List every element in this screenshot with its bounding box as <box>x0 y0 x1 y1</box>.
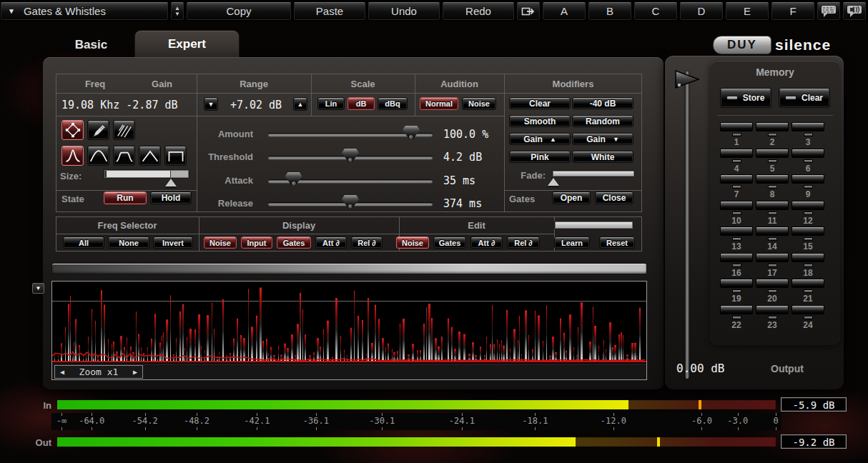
meter-tick <box>382 427 383 430</box>
spectrum-display[interactable]: ◀ Zoom x1 ▶ <box>51 281 647 380</box>
memory-slot-button[interactable] <box>720 201 753 210</box>
spinner-down-icon[interactable]: ▼ <box>174 11 180 16</box>
output-fader-handle[interactable] <box>674 69 702 90</box>
audition-noise-button[interactable]: Noise <box>462 97 496 110</box>
memory-slot-button[interactable] <box>720 174 753 184</box>
memory-slot-button[interactable] <box>756 279 789 288</box>
range-decrement-button[interactable]: ▼ <box>204 97 218 111</box>
copy-button[interactable]: Copy <box>186 1 292 21</box>
memory-slot-button[interactable] <box>756 305 789 314</box>
spectrum-canvas[interactable] <box>52 282 646 364</box>
modifier-white-button[interactable]: White <box>572 151 633 163</box>
modifier-pink-button[interactable]: Pink <box>509 151 571 163</box>
output-gain-value[interactable]: 0.00 dB <box>676 362 724 375</box>
fade-slider-pointer[interactable] <box>548 178 559 186</box>
modifier-gain-up-button[interactable]: Gain ▲ <box>509 133 571 145</box>
edit-gates-button[interactable]: Gates <box>433 237 466 249</box>
meter-tick <box>92 427 92 430</box>
tab-basic[interactable]: Basic <box>54 33 129 57</box>
learn-button[interactable]: Learn <box>554 237 590 249</box>
memory-slot-button[interactable] <box>720 279 753 288</box>
spectrum-scrollbar[interactable] <box>51 263 647 274</box>
zoom-prev-icon[interactable]: ◀ <box>60 368 64 376</box>
gates-close-button[interactable]: Close <box>595 191 633 204</box>
memory-slot-button[interactable] <box>756 201 789 210</box>
zoom-control[interactable]: ◀ Zoom x1 ▶ <box>54 365 143 379</box>
memory-slot-button[interactable] <box>791 122 824 131</box>
transfer-button[interactable] <box>516 1 541 21</box>
fade-slider-track[interactable] <box>552 170 635 177</box>
attack-slider-knob[interactable] <box>285 172 302 186</box>
bank-c-button[interactable]: C <box>633 1 678 21</box>
modifier-smooth-button[interactable]: Smooth <box>509 115 571 127</box>
bank-b-button[interactable]: B <box>588 1 632 21</box>
meter-tick-label: -24.1 <box>449 416 475 426</box>
memory-slot-button[interactable] <box>791 149 824 158</box>
display-release-curve-button[interactable]: Rel ∂ <box>351 237 383 249</box>
output-fader-track[interactable] <box>685 71 689 379</box>
memory-slot-button[interactable] <box>720 122 753 131</box>
edit-attack-curve-button[interactable]: Att ∂ <box>470 237 503 249</box>
memory-slot-button[interactable] <box>756 122 789 131</box>
modifier-gain-down-button[interactable]: Gain ▼ <box>572 133 633 145</box>
freq-select-invert-button[interactable]: Invert <box>153 237 193 249</box>
memory-slot-button[interactable] <box>791 226 824 236</box>
display-gates-button[interactable]: Gates <box>277 237 311 249</box>
memory-slot-button[interactable] <box>791 174 824 184</box>
threshold-slider-knob[interactable] <box>342 149 359 162</box>
preset-selector[interactable]: ▼ Gates & Whistles <box>0 1 169 21</box>
memory-slot-button[interactable] <box>720 305 753 314</box>
tab-expert[interactable]: Expert <box>134 30 240 58</box>
memory-slot-button[interactable] <box>791 201 824 210</box>
memory-slot-notch <box>804 211 813 215</box>
memory-slot-button[interactable] <box>720 253 753 262</box>
preset-spinner[interactable]: ▲ ▼ <box>170 1 184 21</box>
memory-slot-button[interactable] <box>756 149 789 158</box>
modifier-minus40db-button[interactable]: -40 dB <box>572 97 633 109</box>
edit-release-curve-button[interactable]: Rel ∂ <box>507 237 540 249</box>
bank-d-button[interactable]: D <box>679 1 724 21</box>
undo-button[interactable]: Undo <box>368 1 440 21</box>
modifier-clear-button[interactable]: Clear <box>509 97 571 109</box>
spectrum-row-marker[interactable]: ▼ <box>32 283 44 294</box>
display-attack-curve-button[interactable]: Att ∂ <box>315 237 347 249</box>
memory-slot-button[interactable] <box>720 226 753 236</box>
zoom-next-icon[interactable]: ▶ <box>133 368 137 376</box>
redo-button[interactable]: Redo <box>442 1 515 21</box>
spinner-up-icon[interactable]: ▲ <box>174 6 180 11</box>
audition-header: Audition <box>415 79 504 89</box>
freq-gain-value[interactable]: 19.08 Khz -2.87 dB <box>61 99 178 111</box>
scale-dbq-button[interactable]: dBq <box>378 97 408 110</box>
memory-slot-button[interactable] <box>756 174 789 184</box>
range-value[interactable]: +7.02 dB <box>220 99 292 111</box>
keyboard-feedback-button[interactable] <box>817 1 841 21</box>
audition-normal-button[interactable]: Normal <box>420 97 458 110</box>
memory-slot-button[interactable] <box>720 149 753 158</box>
release-slider-knob[interactable] <box>342 195 359 209</box>
memory-slot-button[interactable] <box>791 279 824 288</box>
bank-f-button[interactable]: F <box>771 1 815 21</box>
display-noise-button[interactable]: Noise <box>204 237 237 249</box>
scale-lin-button[interactable]: Lin <box>317 97 345 110</box>
memory-slot-button[interactable] <box>791 305 824 314</box>
amount-slider-knob[interactable] <box>403 126 420 139</box>
memory-slot-button[interactable] <box>756 253 789 262</box>
gates-open-button[interactable]: Open <box>552 191 591 204</box>
display-input-button[interactable]: Input <box>241 237 272 249</box>
memory-slot-button[interactable] <box>791 253 824 262</box>
memory-slot-button[interactable] <box>756 226 789 236</box>
scale-db-button[interactable]: dB <box>347 97 375 110</box>
reset-button[interactable]: Reset <box>599 237 635 249</box>
modifier-random-button[interactable]: Random <box>572 115 633 127</box>
modifiers-header: Modifiers <box>504 79 642 89</box>
edit-noise-button[interactable]: Noise <box>396 237 429 249</box>
bank-a-button[interactable]: A <box>542 1 586 21</box>
audio-feedback-button[interactable] <box>842 1 867 21</box>
freq-select-none-button[interactable]: None <box>108 237 149 249</box>
paste-button[interactable]: Paste <box>293 1 366 21</box>
brand-logo: DUY <box>713 36 771 54</box>
meter-tick <box>701 427 702 430</box>
bank-e-button[interactable]: E <box>725 1 769 21</box>
range-increment-button[interactable]: ▲ <box>293 97 307 111</box>
freq-select-all-button[interactable]: All <box>63 237 104 249</box>
